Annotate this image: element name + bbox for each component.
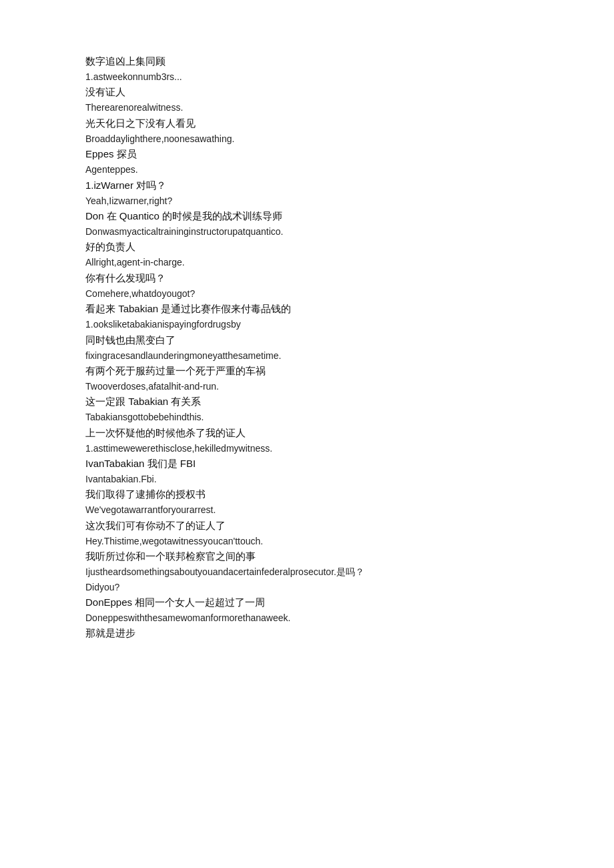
line-chinese-4: 光天化日之下没有人看见 [85, 115, 529, 131]
line-chinese-35: DonEppes 相同一个女人一起超过了一周 [85, 594, 529, 610]
line-chinese-37: 那就是进步 [85, 625, 529, 641]
line-chinese-6: Eppes 探员 [85, 146, 529, 162]
line-chinese-30: 这次我们可有你动不了的证人了 [85, 518, 529, 534]
line-english-33: Ijustheardsomethingsaboutyouandacertainf… [85, 564, 529, 579]
line-chinese-10: Don 在 Quantico 的时候是我的战术训练导师 [85, 208, 529, 224]
line-english-21: Twooverdoses,afatalhit-and-run. [85, 379, 529, 394]
line-english-36: Doneppeswiththesamewomanformorethanaweek… [85, 610, 529, 625]
line-chinese-24: 上一次怀疑他的时候他杀了我的证人 [85, 425, 529, 441]
line-chinese-20: 有两个死于服药过量一个死于严重的车祸 [85, 363, 529, 379]
line-english-31: Hey.Thistime,wegotawitnessyoucan'ttouch. [85, 534, 529, 548]
line-english-7: Agenteppes. [85, 162, 529, 177]
line-english-3: Therearenorealwitness. [85, 100, 529, 115]
line-chinese-12: 好的负责人 [85, 239, 529, 255]
line-english-13: Allright,agent-in-charge. [85, 255, 529, 270]
line-english-11: Donwasmyacticaltraininginstructorupatqua… [85, 224, 529, 239]
line-english-1: 1.astweekonnumb3rs... [85, 69, 529, 84]
line-chinese-32: 我听所过你和一个联邦检察官之间的事 [85, 548, 529, 564]
line-english-27: Ivantabakian.Fbi. [85, 472, 529, 486]
line-english-25: 1.asttimewewerethisclose,hekilledmywitne… [85, 441, 529, 456]
line-english-34: Didyou? [85, 580, 529, 594]
line-english-9: Yeah,Iizwarner,right? [85, 193, 529, 208]
line-chinese-28: 我们取得了逮捕你的授权书 [85, 486, 529, 502]
line-chinese-8: 1.izWarner 对吗？ [85, 177, 529, 193]
line-english-5: Broaddaylighthere,noonesawathing. [85, 131, 529, 146]
line-english-23: Tabakiansgottobebehindthis. [85, 410, 529, 424]
line-chinese-26: IvanTabakian 我们是 FBI [85, 456, 529, 472]
line-english-15: Comehere,whatdoyougot? [85, 286, 529, 301]
line-chinese-14: 你有什么发现吗？ [85, 270, 529, 286]
line-chinese-16: 看起来 Tabakian 是通过比赛作假来付毒品钱的 [85, 301, 529, 317]
line-english-17: 1.ooksliketabakianispayingfordrugsby [85, 317, 529, 332]
line-chinese-22: 这一定跟 Tabakian 有关系 [85, 394, 529, 410]
main-content: 数字追凶上集同顾1.astweekonnumb3rs...没有证人Therear… [85, 53, 529, 641]
line-chinese-18: 同时钱也由黑变白了 [85, 332, 529, 348]
line-chinese-2: 没有证人 [85, 84, 529, 100]
line-english-29: We'vegotawarrantforyourarrest. [85, 502, 529, 517]
line-english-19: fixingracesandlaunderingmoneyatthesameti… [85, 348, 529, 363]
line-chinese-0: 数字追凶上集同顾 [85, 53, 529, 69]
